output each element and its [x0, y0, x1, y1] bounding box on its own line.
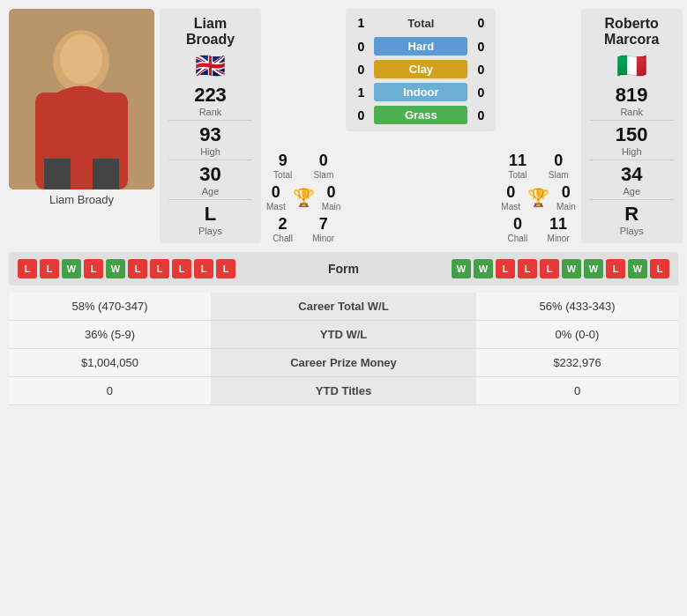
hard-row: 0 Hard 0: [353, 37, 489, 56]
player-right-trophy-cell: 🏆: [527, 183, 549, 212]
player-left-stat-row-3: 2 Chall 7 Minor: [266, 215, 340, 243]
player-right-total: 11: [509, 152, 526, 170]
player-left-chall: 2: [279, 215, 287, 234]
form-badge-left-w: W: [62, 259, 81, 278]
player-right-mast: 0: [506, 183, 515, 202]
stats-left-2: $1,004,050: [9, 349, 211, 377]
player-right-name: Roberto Marcora: [590, 16, 674, 48]
form-badge-right-l: L: [518, 259, 537, 278]
player-left-name-below: Liam Broady: [9, 193, 154, 206]
total-left-count: 1: [353, 16, 369, 30]
form-badge-right-l: L: [606, 259, 625, 278]
player-right-main-label: Main: [556, 202, 576, 212]
clay-tag: Clay: [374, 60, 467, 78]
stats-center-0: Career Total W/L: [211, 293, 476, 321]
grass-row: 0 Grass 0: [353, 106, 489, 124]
divider5: [590, 160, 674, 160]
stats-right-0: 56% (433-343): [476, 293, 678, 321]
player-left-rank-label: Rank: [194, 107, 227, 117]
player-right-rank-block: 819 Rank: [616, 84, 648, 117]
player-right-plays-block: R Plays: [620, 203, 644, 236]
stats-center-1: YTD W/L: [211, 321, 476, 349]
clay-left: 0: [353, 63, 369, 77]
divider4: [590, 120, 674, 121]
player-left-high-block: 93 High: [199, 123, 220, 157]
player-left-chall-cell: 2 Chall: [273, 215, 293, 243]
form-badge-right-l: L: [650, 259, 669, 278]
form-badge-left-w: W: [106, 259, 125, 278]
player-left-rank-block: 223 Rank: [194, 84, 227, 117]
svg-rect-5: [93, 159, 119, 189]
form-badge-right-w: W: [584, 259, 603, 278]
player-right-high-block: 150 High: [616, 123, 648, 157]
player-left-total: 9: [279, 152, 287, 170]
player-right-total-label: Total: [508, 170, 526, 180]
grass-right: 0: [473, 108, 489, 122]
player-right-high: 150: [616, 123, 648, 146]
form-badge-right-w: W: [474, 259, 493, 278]
player-left-total-label: Total: [273, 170, 292, 180]
hard-right: 0: [473, 40, 489, 54]
player-right-stat-row-1: 11 Total 0 Slam: [501, 152, 575, 180]
main-container: Liam Broady Liam Broady 🇬🇧 223 Rank 93: [0, 0, 687, 405]
player-left-total-cell: 9 Total: [273, 152, 292, 180]
player-right-chall: 0: [513, 215, 522, 234]
player-right-plays-label: Plays: [620, 226, 644, 236]
form-badge-right-w: W: [562, 259, 581, 278]
form-badges-right: WWLLLWWLWL: [452, 259, 669, 278]
form-badge-right-w: W: [628, 259, 647, 278]
center-column: 1 Total 0 0 Hard 0 0 Clay 0 1: [346, 9, 496, 131]
form-badge-right-l: L: [540, 259, 559, 278]
player-left-main-label: Main: [322, 202, 341, 212]
player-left-name: Liam Broady: [168, 16, 252, 48]
divider3: [168, 199, 252, 200]
stats-left-0: 58% (470-347): [9, 293, 211, 321]
stats-row-1: 36% (5-9)YTD W/L0% (0-0): [9, 321, 678, 349]
player-left-mast-label: Mast: [266, 202, 286, 212]
player-left-main: 0: [327, 183, 336, 202]
player-left-slam-cell: 0 Slam: [313, 152, 333, 180]
player-left-minor-cell: 7 Minor: [312, 215, 334, 243]
player-right-stat-row-3: 0 Chall 11 Minor: [501, 215, 575, 243]
form-badge-left-l: L: [150, 259, 169, 278]
indoor-tag: Indoor: [374, 83, 467, 101]
total-right-count: 0: [473, 16, 489, 30]
player-right-minor: 11: [549, 215, 567, 234]
player-left-high: 93: [199, 123, 220, 146]
hard-left: 0: [353, 40, 369, 54]
form-badge-left-l: L: [216, 259, 235, 278]
player-block-left: Liam Broady Liam Broady 🇬🇧 223 Rank 93: [9, 9, 340, 243]
stats-table: 58% (470-347)Career Total W/L56% (433-34…: [9, 293, 678, 405]
player-right-plays: R: [620, 203, 644, 226]
clay-row: 0 Clay 0: [353, 60, 489, 78]
form-badge-left-l: L: [194, 259, 213, 278]
stats-row-0: 58% (470-347)Career Total W/L56% (433-34…: [9, 293, 678, 321]
form-badges-left: LLWLWLLLLL: [18, 259, 235, 278]
player-right-mini-stats: 11 Total 0 Slam 0 Mast 🏆: [501, 9, 575, 243]
player-left-stat-row-2: 0 Mast 🏆 0 Main: [266, 183, 340, 212]
player-right-main: 0: [562, 183, 571, 202]
player-left-chall-label: Chall: [273, 234, 293, 243]
grass-tag: Grass: [374, 106, 467, 124]
surface-panel: 1 Total 0 0 Hard 0 0 Clay 0 1: [346, 9, 496, 131]
stats-row-3: 0YTD Titles0: [9, 377, 678, 405]
player-right-chall-cell: 0 Chall: [507, 215, 527, 243]
form-section: LLWLWLLLLL Form WWLLLWWLWL: [9, 252, 678, 286]
player-left-age-block: 30 Age: [199, 163, 220, 197]
player-left-mini-stats: 9 Total 0 Slam 0 Mast 🏆: [266, 9, 340, 243]
player-left-high-label: High: [199, 146, 220, 157]
svg-rect-4: [44, 159, 71, 189]
clay-right: 0: [473, 63, 489, 77]
player-left-plays: L: [198, 203, 222, 226]
form-badge-left-l: L: [172, 259, 191, 278]
player-left-stat-row-1: 9 Total 0 Slam: [266, 152, 340, 180]
player-right-slam: 0: [554, 152, 563, 170]
total-row: 1 Total 0: [353, 16, 489, 30]
player-left-age-label: Age: [199, 186, 220, 197]
player-right-stats-card: Roberto Marcora 🇮🇹 819 Rank 150 High: [581, 9, 683, 243]
player-left-minor: 7: [319, 215, 328, 234]
stats-left-3: 0: [9, 377, 211, 405]
grass-left: 0: [353, 108, 369, 122]
player-right-trophy-icon: 🏆: [527, 187, 549, 208]
stats-left-1: 36% (5-9): [9, 321, 211, 349]
